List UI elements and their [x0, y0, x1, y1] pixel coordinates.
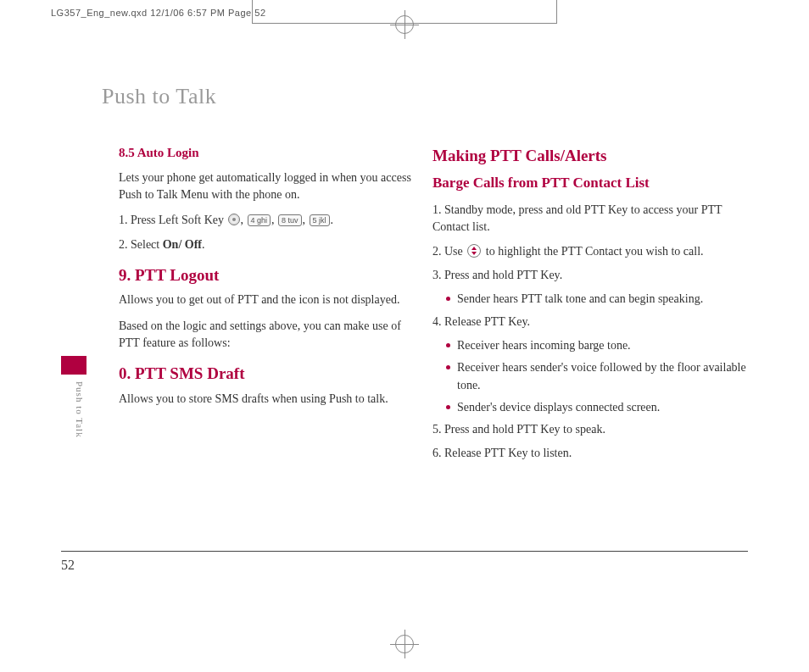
ptt-logout-desc1: Allows you to get out of PTT and the ico… — [119, 292, 420, 308]
auto-login-step2: 2. Select On/ Off. — [119, 236, 420, 253]
barge-step4-bullet2: Receiver hears sender's voice followed b… — [446, 359, 755, 394]
key-8-icon: 8 tuv — [278, 214, 302, 226]
barge-step2: 2. Use to highlight the PTT Contact you … — [432, 243, 755, 260]
barge-step1: 1. Standby mode, press and old PTT Key t… — [432, 202, 755, 236]
barge-step5: 5. Press and hold PTT Key to speak. — [432, 421, 755, 438]
sidebar-section-label: Push to Talk — [72, 381, 86, 438]
bullet-icon — [446, 365, 450, 369]
heading-auto-login: 8.5 Auto Login — [119, 144, 420, 163]
heading-ptt-sms-draft: 0. PTT SMS Draft — [119, 362, 420, 386]
bullet-icon — [446, 297, 450, 301]
key-4-icon: 4 ghi — [248, 214, 271, 226]
footer-rule — [61, 551, 748, 552]
left-soft-key-icon — [228, 214, 240, 225]
heading-barge-calls: Barge Calls from PTT Contact List — [432, 173, 755, 194]
registration-mark-top — [393, 14, 416, 36]
bullet-icon — [446, 343, 450, 347]
registration-mark-bottom — [393, 633, 416, 655]
barge-step4-bullet3: Sender's device displays connected scree… — [446, 399, 755, 416]
barge-step6: 6. Release PTT Key to listen. — [432, 445, 755, 462]
step2-value: On/ Off — [163, 238, 202, 251]
barge-step3-bullet1: Sender hears PTT talk tone and can begin… — [446, 291, 755, 308]
bullet-text: Sender hears PTT talk tone and can begin… — [457, 291, 703, 308]
nav-key-icon — [467, 244, 481, 258]
barge-step2-suffix: to highlight the PTT Contact you wish to… — [486, 245, 704, 258]
page-number: 52 — [61, 555, 75, 575]
barge-step3: 3. Press and hold PTT Key. — [432, 267, 755, 284]
page-title: Push to Talk — [102, 81, 216, 113]
heading-ptt-logout: 9. PTT Logout — [119, 264, 420, 287]
step2-prefix: 2. Select — [119, 238, 163, 251]
barge-step4-bullet1: Receiver hears incoming barge tone. — [446, 337, 755, 354]
bullet-icon — [446, 405, 450, 409]
bullet-text: Receiver hears sender's voice followed b… — [457, 359, 755, 394]
bullet-text: Receiver hears incoming barge tone. — [457, 337, 631, 354]
auto-login-step1: 1. Press Left Soft Key , 4 ghi, 8 tuv, 5… — [119, 212, 420, 229]
left-column: 8.5 Auto Login Lets your phone get autom… — [119, 144, 420, 416]
barge-step4: 4. Release PTT Key. — [432, 314, 755, 330]
auto-login-desc: Lets your phone get automatically logged… — [119, 169, 420, 204]
sidebar-accent-block — [61, 356, 86, 375]
ptt-sms-draft-desc: Allows you to store SMS drafts when usin… — [119, 391, 420, 408]
bullet-text: Sender's device displays connected scree… — [457, 399, 660, 416]
heading-making-ptt-calls: Making PTT Calls/Alerts — [432, 144, 755, 168]
right-column: Making PTT Calls/Alerts Barge Calls from… — [432, 144, 755, 469]
step1-text: 1. Press Left Soft Key — [119, 214, 227, 226]
barge-step2-prefix: 2. Use — [432, 245, 466, 258]
ptt-logout-desc2: Based on the logic and settings above, y… — [119, 318, 420, 353]
key-5-icon: 5 jkl — [310, 214, 330, 226]
